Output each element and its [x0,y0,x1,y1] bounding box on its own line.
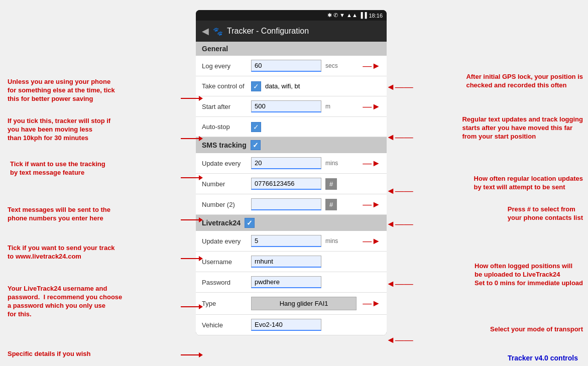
type-select-btn[interactable]: Hang glider FAI1 [251,297,357,310]
ann-sms: Tick if want to use the trackingby text … [10,160,105,177]
unit-update-sms: mins [325,160,338,167]
unit-log-every: secs [325,62,338,69]
ann-gps-right: After initial GPS lock, your position is… [466,73,583,90]
ann-vehicle-left: Specific details if you wish [8,350,90,358]
row-username: Username [196,252,387,272]
status-icons: ✱ ✆ ▼ ▲▲ ▐▐ [327,12,367,19]
ann-livetrack-left: Tick if you want to send your trackto ww… [8,244,115,261]
row-autostop: Auto-stop ✓ [196,117,387,137]
input-vehicle[interactable] [251,319,321,331]
app-icon: 🐾 [213,27,223,36]
arrow-numbers-line [181,219,200,220]
label-update-sms: Update every [202,160,247,167]
ann-upload-right: How often logged positions willbe upload… [475,262,583,288]
ann-power: Unless you are using your phonefor somet… [8,78,115,103]
ann-credentials: Your LiveTrack24 username andpassword. I… [8,285,122,319]
input-update-sms[interactable] [251,157,321,169]
ann-transport-right: Select your mode of transport [490,325,583,334]
label-log-every: Log every [202,62,247,70]
checkbox-sms[interactable]: ✓ [251,140,261,150]
row-number2: Number (2) # —► [196,194,387,215]
title-bar: ◀ 🐾 Tracker - Configuration [196,21,387,42]
row-update-sms: Update every mins —► [196,153,387,174]
ann-howoften-right: How often regular location updatesby tex… [474,175,583,192]
label-vehicle: Vehicle [202,321,247,329]
label-update-live: Update every [202,237,247,245]
app-title: Tracker - Configuration [227,27,309,36]
label-number2: Number (2) [202,201,247,208]
arrow-upload: —► [363,236,381,247]
label-sms-tracking: SMS tracking [202,141,247,149]
unit-update-live: mins [325,237,338,245]
arrow-startafter: —► [363,101,381,112]
row-number1: Number # [196,174,387,194]
label-username: Username [202,258,247,266]
ann-startafter-right: Regular text updates and track loggingst… [462,115,583,141]
label-autostop: Auto-stop [202,123,247,131]
arrow-livetrack-line [181,258,200,259]
label-take-control: Take control of [202,82,247,90]
arrow-transport-right-line: ◄—— [386,335,413,345]
section-livetrack: Livetrack24 ✓ [196,215,387,231]
row-log-every: Log every secs —► [196,56,387,76]
phone-content: General Log every secs —► Take control o… [196,42,387,335]
arrow-gps-right-line: ◄—— [386,82,413,92]
arrow-transport: —► [363,298,381,309]
back-arrow-icon[interactable]: ◀ [202,26,209,37]
checkbox-livetrack[interactable]: ✓ [245,218,255,228]
ann-autostop: If you tick this, tracker will stop ifyo… [8,117,110,143]
phone-frame: ✱ ✆ ▼ ▲▲ ▐▐ 18:16 ◀ 🐾 Tracker - Configur… [196,10,387,335]
arrow-credentials-line [181,306,200,307]
label-livetrack: Livetrack24 [202,219,241,227]
label-start-after: Start after [202,103,247,110]
ann-numbers: Text messages will be sent to thephone n… [8,206,110,223]
arrow-autostop-line [181,138,200,139]
row-vehicle: Vehicle [196,315,387,335]
arrow-power-line [181,98,200,99]
section-general: General [196,42,387,56]
label-type: Type [202,300,247,307]
arrow-contacts-right-line: ◄—— [386,219,413,229]
arrow-gps: —► [363,61,381,71]
input-number1[interactable] [251,178,321,190]
input-start-after[interactable] [251,100,321,112]
arrow-contacts: —► [363,199,381,210]
input-update-live[interactable] [251,235,321,247]
input-log-every[interactable] [251,60,321,72]
checkbox-autostop[interactable]: ✓ [251,122,261,132]
row-update-live: Update every mins —► [196,231,387,252]
label-number1: Number [202,180,247,188]
status-time: 18:16 [369,13,383,19]
input-username[interactable] [251,256,321,268]
status-bar: ✱ ✆ ▼ ▲▲ ▐▐ 18:16 [196,10,387,21]
ann-contacts-right: Press # to select fromyour phone contact… [508,205,583,222]
row-start-after: Start after m —► [196,96,387,117]
row-password: Password [196,272,387,293]
label-password: Password [202,279,247,286]
arrow-sms-line [181,177,200,178]
checkbox-take-control[interactable]: ✓ [251,81,261,91]
unit-start-after: m [325,103,330,110]
input-password[interactable] [251,276,321,288]
hash-btn-1[interactable]: # [325,178,337,190]
row-type: Type Hang glider FAI1 —► [196,293,387,315]
arrow-vehicle-left-line [181,354,200,355]
footer-tracker-controls: Tracker v4.0 controls [508,354,578,362]
arrow-upload-right-line: ◄—— [386,279,413,289]
row-take-control: Take control of ✓ data, wifi, bt [196,76,387,96]
arrow-howoften-right-line: ◄—— [386,186,413,196]
input-number2[interactable] [251,198,321,210]
text-take-control: data, wifi, bt [265,82,300,90]
arrow-howoften: —► [363,158,381,169]
hash-btn-2[interactable]: # [325,199,337,210]
arrow-startafter-right-line: ◄—— [386,132,413,143]
section-sms: SMS tracking ✓ [196,137,387,153]
